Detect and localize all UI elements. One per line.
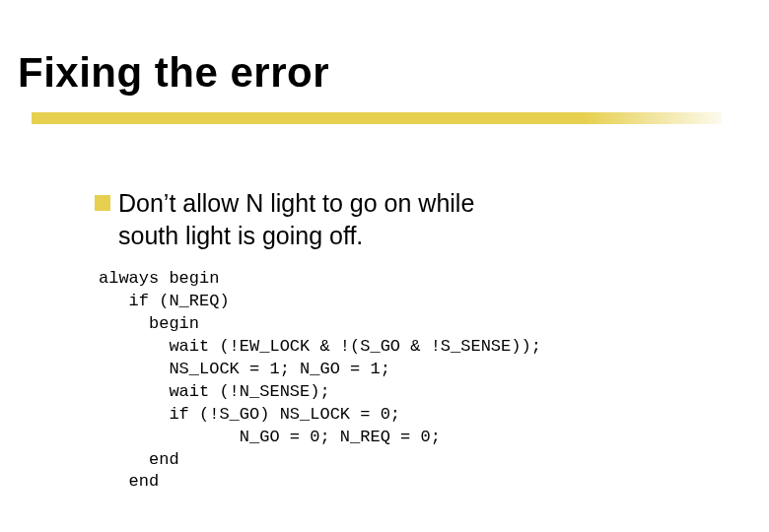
slide: Fixing the error Don’t allow N light to …	[0, 0, 769, 532]
bullet-text: Don’t allow N light to go on while south…	[118, 187, 474, 251]
code-line: wait (!N_SENSE);	[99, 382, 330, 401]
code-line: if (!S_GO) NS_LOCK = 0;	[99, 405, 400, 424]
bullet-square-icon	[95, 195, 110, 211]
code-block: always begin if (N_REQ) begin wait (!EW_…	[99, 268, 541, 494]
bullet-item: Don’t allow N light to go on while south…	[95, 187, 474, 251]
code-line: if (N_REQ)	[99, 292, 230, 310]
code-line: NS_LOCK = 1; N_GO = 1;	[99, 360, 390, 378]
code-line: always begin	[99, 269, 219, 288]
code-line: wait (!EW_LOCK & !(S_GO & !S_SENSE));	[99, 337, 541, 356]
bullet-line-2: south light is going off.	[118, 222, 363, 249]
code-line: begin	[99, 314, 199, 333]
title-underline	[32, 112, 722, 124]
code-line: end	[99, 450, 179, 469]
slide-title: Fixing the error	[18, 49, 329, 97]
code-line: end	[99, 472, 159, 491]
bullet-line-1: Don’t allow N light to go on while	[118, 189, 474, 217]
code-line: N_GO = 0; N_REQ = 0;	[99, 428, 441, 446]
